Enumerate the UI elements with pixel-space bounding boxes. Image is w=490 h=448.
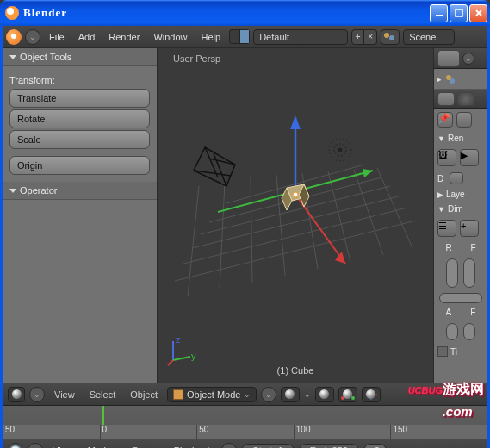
- object-tools-header[interactable]: Object Tools: [3, 48, 157, 66]
- properties-type-icon[interactable]: [437, 92, 455, 106]
- info-header: ⌄ File Add Render Window Help Default +×…: [3, 26, 487, 48]
- window-maximize-button[interactable]: [450, 4, 468, 22]
- tick: 150: [390, 425, 487, 439]
- outliner-dropdown[interactable]: ⌄: [462, 53, 474, 65]
- sync-dropdown[interactable]: ⌄: [221, 443, 237, 448]
- tick: 0: [100, 425, 197, 439]
- timeline-dropdown[interactable]: ⌄: [28, 443, 43, 448]
- current-frame-field[interactable]: ◂0: [363, 444, 387, 449]
- transform-label: Transform:: [9, 75, 150, 85]
- render-section[interactable]: ▼Ren: [434, 131, 487, 146]
- screen-layout-browse[interactable]: [229, 29, 250, 44]
- scene-browse-icon[interactable]: [381, 29, 400, 45]
- scene-label: Scene: [409, 32, 436, 42]
- timeline-editor: 50 0 50 100 150 🕐 ⌄ View Marker Frame Pl…: [3, 405, 487, 448]
- menu-window[interactable]: Window: [148, 29, 192, 45]
- camera-icon[interactable]: [457, 92, 474, 106]
- layout-remove-button[interactable]: ×: [364, 29, 377, 45]
- window-title: Blender: [23, 6, 430, 20]
- svg-point-26: [338, 148, 342, 152]
- viewport-grid: [158, 48, 433, 358]
- svg-line-36: [168, 360, 173, 365]
- rotate-button[interactable]: Rotate: [9, 109, 150, 128]
- aspect-y-slider[interactable]: [463, 323, 475, 340]
- menu-add[interactable]: Add: [73, 29, 101, 45]
- active-object-label: (1) Cube: [277, 365, 314, 376]
- svg-point-3: [389, 35, 394, 40]
- window-titlebar: Blender: [0, 0, 490, 26]
- outliner-type-icon[interactable]: [437, 50, 460, 67]
- menu-help[interactable]: Help: [196, 29, 226, 45]
- dimensions-section[interactable]: ▼Dim: [434, 202, 487, 216]
- cube-object: [282, 184, 309, 210]
- svg-point-31: [293, 192, 298, 197]
- svg-line-17: [354, 170, 383, 255]
- tick: 100: [294, 425, 391, 439]
- menu-render[interactable]: Render: [103, 29, 145, 45]
- timeline-header: 🕐 ⌄ View Marker Frame Playback ⌄ ◂Start:…: [3, 439, 487, 448]
- render-anim-button[interactable]: ▶: [460, 149, 479, 166]
- editor-type-dropdown[interactable]: ⌄: [25, 29, 40, 45]
- scale-button[interactable]: Scale: [9, 130, 150, 149]
- tl-menu-view[interactable]: View: [47, 443, 78, 448]
- menu-file[interactable]: File: [44, 29, 70, 45]
- layout-add-button[interactable]: +: [351, 29, 364, 45]
- operator-header[interactable]: Operator: [3, 182, 157, 200]
- tl-menu-marker[interactable]: Marker: [83, 443, 122, 448]
- svg-line-16: [328, 171, 350, 262]
- render-image-button[interactable]: 🖼: [437, 149, 456, 166]
- shading-selector[interactable]: [281, 387, 300, 402]
- tool-shelf: Object Tools Transform: Translate Rotate…: [3, 48, 158, 383]
- tl-menu-playback[interactable]: Playback: [169, 443, 218, 448]
- scene-field[interactable]: Scene: [403, 29, 455, 45]
- percentage-slider[interactable]: [439, 293, 482, 303]
- res-y-slider[interactable]: [463, 258, 475, 288]
- timeline-type-icon[interactable]: 🕐: [8, 443, 23, 448]
- res-x-slider[interactable]: [446, 258, 458, 288]
- blender-logo-icon[interactable]: [6, 29, 22, 45]
- preset-add-button[interactable]: +: [460, 220, 479, 237]
- svg-line-4: [175, 221, 416, 281]
- end-frame-field[interactable]: ◂End: 250▸: [299, 444, 359, 449]
- svg-point-38: [450, 78, 455, 84]
- svg-marker-24: [290, 115, 301, 129]
- manipulator-toggle[interactable]: [338, 387, 357, 402]
- pivot-selector[interactable]: [315, 387, 334, 402]
- operator-title: Operator: [20, 185, 57, 196]
- pin-icon[interactable]: 📌: [437, 112, 453, 128]
- svg-line-5: [183, 208, 407, 264]
- svg-line-34: [173, 357, 190, 360]
- vp-menu-select[interactable]: Select: [84, 387, 121, 402]
- preset-button[interactable]: ☰: [437, 220, 456, 237]
- tl-menu-frame[interactable]: Frame: [127, 443, 164, 448]
- translate-button[interactable]: Translate: [9, 89, 150, 108]
- vp-menu-view[interactable]: View: [49, 387, 80, 402]
- svg-line-12: [220, 182, 225, 289]
- tick: 50: [3, 425, 100, 439]
- scene-tree-icon: [444, 73, 456, 85]
- svg-point-2: [384, 33, 389, 38]
- context-icon[interactable]: [456, 112, 472, 128]
- mode-selector[interactable]: Object Mode ⌄: [167, 387, 257, 402]
- vp-menu-object[interactable]: Object: [125, 387, 163, 402]
- svg-line-13: [251, 177, 252, 283]
- viewport-editor-dropdown[interactable]: ⌄: [29, 387, 45, 402]
- screen-layout-field[interactable]: Default: [253, 29, 348, 45]
- manipulator-translate[interactable]: [362, 387, 381, 402]
- mode-options[interactable]: ⌄: [261, 387, 276, 402]
- display-dropdown[interactable]: [450, 172, 463, 184]
- layers-section[interactable]: ▶Laye: [434, 187, 487, 202]
- properties-panel: ⌄ ▸ 📌 ▼Ren 🖼 ▶ D ▶Laye ▼Dim: [433, 48, 487, 383]
- 3d-viewport[interactable]: User Persp: [158, 48, 433, 383]
- window-close-button[interactable]: [469, 4, 487, 22]
- window-minimize-button[interactable]: [430, 4, 448, 22]
- origin-button[interactable]: Origin: [9, 156, 150, 175]
- svg-point-39: [341, 396, 344, 400]
- aspect-x-slider[interactable]: [446, 323, 458, 340]
- axis-gizmo: z y: [166, 333, 201, 367]
- screen-layout-label: Default: [259, 32, 289, 42]
- editor-type-icon[interactable]: [8, 387, 25, 402]
- checkbox[interactable]: [437, 346, 448, 357]
- start-frame-field[interactable]: ◂Start: 1▸: [241, 444, 294, 449]
- timeline-track[interactable]: 50 0 50 100 150: [3, 405, 487, 439]
